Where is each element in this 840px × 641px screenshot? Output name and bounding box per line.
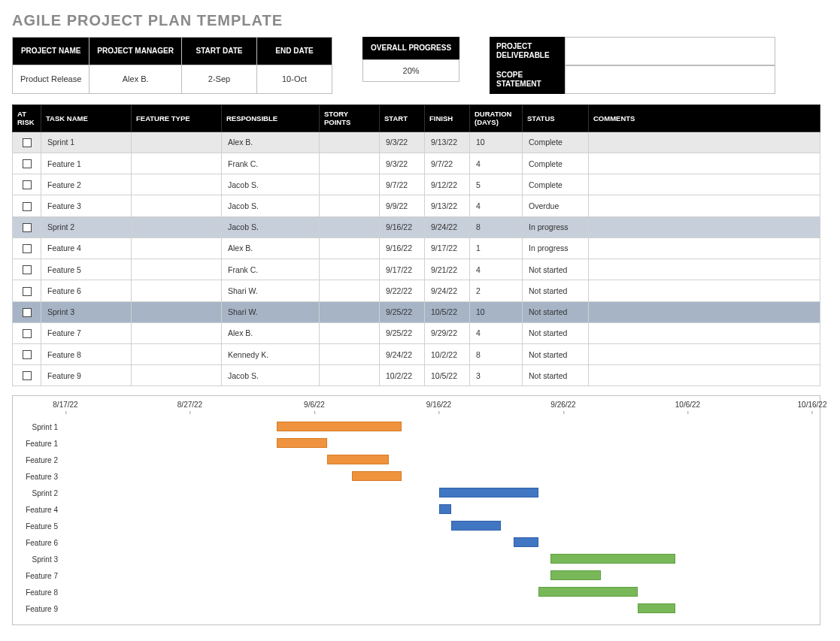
comments-cell[interactable] — [589, 259, 820, 280]
overall-progress-value[interactable]: 20% — [362, 59, 459, 82]
task-name-cell[interactable]: Feature 6 — [41, 280, 132, 301]
finish-cell[interactable]: 9/24/22 — [425, 280, 470, 301]
comments-cell[interactable] — [589, 322, 820, 343]
duration-cell[interactable]: 5 — [470, 174, 523, 195]
comments-cell[interactable] — [589, 153, 820, 174]
status-cell[interactable]: In progress — [523, 216, 589, 237]
task-name-cell[interactable]: Feature 4 — [41, 237, 132, 259]
checkbox-icon[interactable] — [23, 180, 32, 189]
story-points-cell[interactable] — [320, 237, 380, 259]
story-points-cell[interactable] — [320, 216, 380, 237]
responsible-cell[interactable]: Alex B. — [222, 132, 320, 153]
start-cell[interactable]: 9/25/22 — [380, 322, 425, 343]
info-value-start-date[interactable]: 2-Sep — [182, 65, 257, 93]
task-name-cell[interactable]: Feature 2 — [41, 174, 132, 195]
story-points-cell[interactable] — [320, 301, 380, 322]
responsible-cell[interactable]: Jacob S. — [222, 365, 320, 386]
info-value-project-manager[interactable]: Alex B. — [89, 65, 182, 93]
status-cell[interactable]: In progress — [523, 237, 589, 259]
finish-cell[interactable]: 9/17/22 — [425, 237, 470, 259]
start-cell[interactable]: 9/16/22 — [380, 216, 425, 237]
status-cell[interactable]: Complete — [523, 132, 589, 153]
finish-cell[interactable]: 9/7/22 — [425, 153, 470, 174]
checkbox-icon[interactable] — [23, 202, 32, 211]
finish-cell[interactable]: 9/13/22 — [425, 195, 470, 216]
status-cell[interactable]: Not started — [523, 322, 589, 343]
task-name-cell[interactable]: Feature 3 — [41, 195, 132, 216]
comments-cell[interactable] — [589, 132, 820, 153]
start-cell[interactable]: 9/7/22 — [380, 174, 425, 195]
feature-type-cell[interactable] — [132, 216, 222, 237]
comments-cell[interactable] — [589, 174, 820, 195]
responsible-cell[interactable]: Alex B. — [222, 322, 320, 343]
comments-cell[interactable] — [589, 365, 820, 386]
finish-cell[interactable]: 10/2/22 — [425, 343, 470, 364]
responsible-cell[interactable]: Jacob S. — [222, 195, 320, 216]
feature-type-cell[interactable] — [132, 132, 222, 153]
start-cell[interactable]: 9/3/22 — [380, 153, 425, 174]
task-name-cell[interactable]: Sprint 3 — [41, 301, 132, 322]
status-cell[interactable]: Not started — [523, 301, 589, 322]
responsible-cell[interactable]: Frank C. — [222, 259, 320, 280]
checkbox-icon[interactable] — [23, 138, 32, 147]
start-cell[interactable]: 9/16/22 — [380, 237, 425, 259]
scope-statement-value[interactable] — [565, 65, 775, 94]
status-cell[interactable]: Complete — [523, 153, 589, 174]
status-cell[interactable]: Overdue — [523, 195, 589, 216]
responsible-cell[interactable]: Shari W. — [222, 301, 320, 322]
task-name-cell[interactable]: Feature 5 — [41, 259, 132, 280]
start-cell[interactable]: 9/22/22 — [380, 280, 425, 301]
story-points-cell[interactable] — [320, 322, 380, 343]
finish-cell[interactable]: 9/13/22 — [425, 132, 470, 153]
info-value-project-name[interactable]: Product Release — [13, 65, 89, 93]
finish-cell[interactable]: 10/5/22 — [425, 365, 470, 386]
checkbox-icon[interactable] — [23, 244, 32, 253]
start-cell[interactable]: 9/9/22 — [380, 195, 425, 216]
status-cell[interactable]: Not started — [523, 343, 589, 364]
duration-cell[interactable]: 4 — [470, 259, 523, 280]
task-name-cell[interactable]: Feature 7 — [41, 322, 132, 343]
start-cell[interactable]: 10/2/22 — [380, 365, 425, 386]
checkbox-icon[interactable] — [23, 350, 32, 359]
responsible-cell[interactable]: Alex B. — [222, 237, 320, 259]
responsible-cell[interactable]: Jacob S. — [222, 174, 320, 195]
start-cell[interactable]: 9/17/22 — [380, 259, 425, 280]
task-name-cell[interactable]: Sprint 1 — [41, 132, 132, 153]
feature-type-cell[interactable] — [132, 259, 222, 280]
feature-type-cell[interactable] — [132, 174, 222, 195]
start-cell[interactable]: 9/24/22 — [380, 343, 425, 364]
task-name-cell[interactable]: Sprint 2 — [41, 216, 132, 237]
feature-type-cell[interactable] — [132, 237, 222, 259]
responsible-cell[interactable]: Jacob S. — [222, 216, 320, 237]
comments-cell[interactable] — [589, 301, 820, 322]
start-cell[interactable]: 9/3/22 — [380, 132, 425, 153]
comments-cell[interactable] — [589, 195, 820, 216]
feature-type-cell[interactable] — [132, 365, 222, 386]
status-cell[interactable]: Not started — [523, 280, 589, 301]
duration-cell[interactable]: 8 — [470, 216, 523, 237]
finish-cell[interactable]: 9/29/22 — [425, 322, 470, 343]
story-points-cell[interactable] — [320, 174, 380, 195]
checkbox-icon[interactable] — [23, 159, 32, 168]
duration-cell[interactable]: 4 — [470, 322, 523, 343]
responsible-cell[interactable]: Kennedy K. — [222, 343, 320, 364]
duration-cell[interactable]: 4 — [470, 195, 523, 216]
story-points-cell[interactable] — [320, 365, 380, 386]
duration-cell[interactable]: 1 — [470, 237, 523, 259]
responsible-cell[interactable]: Frank C. — [222, 153, 320, 174]
feature-type-cell[interactable] — [132, 322, 222, 343]
checkbox-icon[interactable] — [23, 223, 32, 232]
finish-cell[interactable]: 10/5/22 — [425, 301, 470, 322]
feature-type-cell[interactable] — [132, 195, 222, 216]
comments-cell[interactable] — [589, 343, 820, 364]
story-points-cell[interactable] — [320, 132, 380, 153]
feature-type-cell[interactable] — [132, 343, 222, 364]
project-deliverable-value[interactable] — [565, 37, 775, 65]
start-cell[interactable]: 9/25/22 — [380, 301, 425, 322]
info-value-end-date[interactable]: 10-Oct — [257, 65, 332, 93]
duration-cell[interactable]: 10 — [470, 301, 523, 322]
story-points-cell[interactable] — [320, 195, 380, 216]
status-cell[interactable]: Complete — [523, 174, 589, 195]
task-name-cell[interactable]: Feature 9 — [41, 365, 132, 386]
feature-type-cell[interactable] — [132, 153, 222, 174]
